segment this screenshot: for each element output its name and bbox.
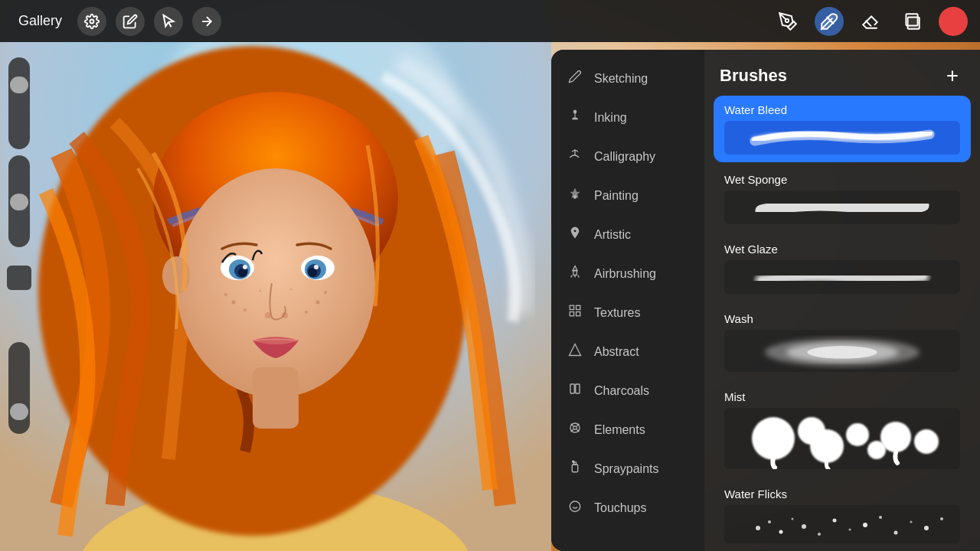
artistic-icon: [567, 226, 583, 243]
spraypaints-icon: [567, 460, 583, 478]
svg-point-82: [894, 531, 898, 535]
brush-name-mist: Mist: [724, 390, 960, 403]
portrait-svg: [0, 0, 551, 551]
svg-rect-48: [570, 312, 573, 316]
svg-point-79: [849, 529, 851, 531]
opacity-slider-thumb[interactable]: [10, 194, 28, 210]
category-abstract-label: Abstract: [594, 345, 639, 359]
add-brush-button[interactable]: +: [940, 64, 965, 88]
svg-point-73: [768, 520, 771, 523]
svg-point-70: [880, 422, 911, 452]
brush-item-mist[interactable]: Mist: [714, 383, 971, 477]
modify-tool-button[interactable]: [116, 7, 145, 36]
settings-tool-button[interactable]: [77, 7, 106, 36]
brush-name-water-flicks: Water Flicks: [724, 487, 960, 500]
touchups-icon: [567, 499, 583, 517]
svg-rect-52: [576, 384, 580, 393]
svg-point-81: [879, 516, 882, 519]
svg-point-31: [243, 308, 247, 311]
size-slider-thumb[interactable]: [10, 77, 28, 93]
sketching-icon: [567, 70, 583, 87]
svg-rect-46: [570, 305, 573, 309]
brush-preview-water-flicks: [724, 505, 960, 543]
svg-point-1: [786, 18, 789, 21]
brush-item-wash[interactable]: Wash: [714, 305, 971, 380]
brushes-title: Brushes: [720, 66, 787, 86]
svg-rect-59: [572, 465, 578, 472]
brush-name-wet-sponge: Wet Sponge: [724, 173, 960, 186]
svg-point-68: [846, 423, 869, 446]
brush-size-slider-thumb[interactable]: [10, 403, 28, 420]
calligraphy-icon: [567, 148, 583, 165]
left-sidebar: [0, 42, 38, 551]
brush-size-slider[interactable]: [8, 342, 30, 434]
brush-tool-button[interactable]: [815, 7, 844, 36]
category-item-elements[interactable]: Elements: [551, 410, 704, 449]
color-picker[interactable]: [939, 7, 968, 36]
size-slider[interactable]: [8, 57, 30, 149]
category-calligraphy-label: Calligraphy: [594, 150, 655, 164]
svg-point-40: [573, 195, 577, 199]
svg-point-32: [224, 293, 227, 296]
inking-icon: [567, 109, 583, 126]
svg-point-65: [752, 417, 795, 460]
category-textures-label: Textures: [594, 306, 640, 320]
brush-list-panel: Brushes + Water Bleed: [704, 50, 980, 551]
opacity-slider[interactable]: [8, 155, 30, 247]
category-elements-label: Elements: [594, 423, 645, 437]
brush-name-wet-glaze: Wet Glaze: [724, 243, 960, 256]
category-item-textures[interactable]: Textures: [551, 293, 704, 332]
svg-point-84: [924, 526, 929, 530]
airbrushing-icon: [567, 265, 583, 282]
toolbar-left: Gallery: [12, 7, 773, 36]
category-item-airbrushing[interactable]: Airbrushing: [551, 254, 704, 293]
layers-tool-button[interactable]: [897, 7, 926, 36]
svg-point-16: [176, 168, 375, 398]
svg-marker-50: [570, 344, 581, 356]
svg-rect-5: [908, 17, 920, 28]
category-sketching-label: Sketching: [594, 72, 648, 86]
category-airbrushing-label: Airbrushing: [594, 267, 656, 281]
category-item-inking[interactable]: Inking: [551, 98, 704, 137]
svg-point-77: [818, 533, 821, 536]
pen-tool-button[interactable]: [773, 7, 802, 36]
brush-item-wet-sponge[interactable]: Wet Sponge: [714, 165, 971, 232]
brush-item-water-flicks[interactable]: Water Flicks: [714, 480, 971, 551]
category-item-abstract[interactable]: Abstract: [551, 332, 704, 371]
svg-point-78: [833, 519, 837, 523]
brush-preview-mist: [724, 408, 960, 469]
category-charcoals-label: Charcoals: [594, 384, 649, 398]
transform-tool-button[interactable]: [192, 7, 221, 36]
brushes-panel: Sketching Inking Calligraphy: [551, 50, 980, 551]
category-spraypaints-label: Spraypaints: [594, 462, 659, 476]
svg-point-75: [792, 518, 794, 520]
checkbox-button[interactable]: [7, 266, 31, 290]
svg-marker-41: [573, 266, 577, 271]
svg-point-85: [940, 517, 943, 520]
svg-point-27: [314, 265, 318, 269]
brush-item-wet-glaze[interactable]: Wet Glaze: [714, 235, 971, 302]
svg-rect-17: [253, 367, 299, 429]
svg-rect-49: [577, 312, 580, 316]
gallery-button[interactable]: Gallery: [12, 10, 68, 32]
brush-item-water-bleed[interactable]: Water Bleed: [714, 96, 971, 162]
category-item-charcoals[interactable]: Charcoals: [551, 371, 704, 410]
category-item-calligraphy[interactable]: Calligraphy: [551, 137, 704, 176]
category-item-sketching[interactable]: Sketching: [551, 59, 704, 98]
eraser-tool-button[interactable]: [856, 7, 885, 36]
svg-point-37: [290, 289, 292, 291]
selection-tool-button[interactable]: [154, 7, 183, 36]
category-item-spraypaints[interactable]: Spraypaints: [551, 449, 704, 488]
svg-line-45: [578, 276, 580, 278]
painting-icon: [567, 187, 583, 204]
category-item-artistic[interactable]: Artistic: [551, 215, 704, 254]
svg-point-67: [810, 429, 844, 463]
category-item-touchups[interactable]: Touchups: [551, 488, 704, 527]
category-item-painting[interactable]: Painting: [551, 176, 704, 215]
svg-point-21: [238, 268, 247, 277]
svg-point-83: [910, 521, 913, 523]
category-list: Sketching Inking Calligraphy: [551, 50, 704, 551]
svg-point-76: [802, 524, 806, 529]
category-inking-label: Inking: [594, 111, 627, 125]
svg-rect-47: [577, 305, 580, 309]
